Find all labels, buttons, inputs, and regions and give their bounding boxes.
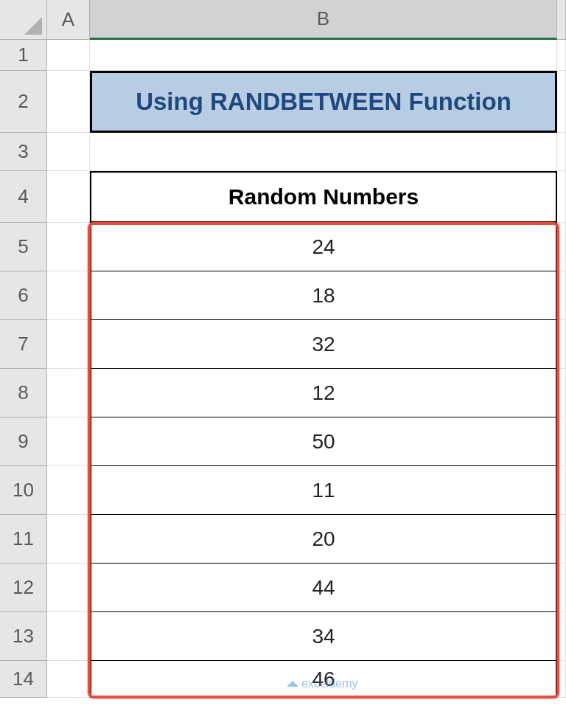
cell-rest-2[interactable] [557, 71, 566, 133]
cell-B8[interactable]: 12 [90, 369, 557, 417]
cell-B3[interactable] [90, 133, 557, 171]
row-9: 50 [47, 417, 566, 466]
cell-B13[interactable]: 34 [90, 612, 557, 661]
row-header-9[interactable]: 9 [0, 417, 47, 466]
row-header-14[interactable]: 14 [0, 661, 47, 698]
grid-area: Using RANDBETWEEN FunctionRandom Numbers… [47, 40, 566, 728]
cell-A5[interactable] [47, 223, 90, 271]
cell-A8[interactable] [47, 369, 90, 417]
row-header-3[interactable]: 3 [0, 133, 47, 171]
cell-rest-7[interactable] [557, 320, 566, 369]
row-header-6[interactable]: 6 [0, 271, 47, 320]
cell-rest-14[interactable] [557, 661, 566, 698]
cell-rest-3[interactable] [557, 133, 566, 171]
cell-rest-6[interactable] [557, 271, 566, 320]
row-12: 44 [47, 564, 566, 612]
row-1 [47, 40, 566, 71]
cell-rest-12[interactable] [557, 564, 566, 612]
column-header-next[interactable] [557, 0, 566, 40]
watermark: exceldemy [287, 677, 357, 690]
cell-rest-9[interactable] [557, 417, 566, 466]
row-5: 24 [47, 223, 566, 271]
row-7: 32 [47, 320, 566, 369]
cell-B12[interactable]: 44 [90, 564, 557, 612]
row-header-5[interactable]: 5 [0, 223, 47, 271]
cell-A4[interactable] [47, 171, 90, 223]
cell-A11[interactable] [47, 515, 90, 564]
row-header-7[interactable]: 7 [0, 320, 47, 369]
cell-A10[interactable] [47, 466, 90, 515]
cell-rest-13[interactable] [557, 612, 566, 661]
cell-A2[interactable] [47, 71, 90, 133]
cell-B4[interactable]: Random Numbers [90, 171, 557, 223]
row-header-1[interactable]: 1 [0, 40, 47, 71]
cell-A3[interactable] [47, 133, 90, 171]
row-header-10[interactable]: 10 [0, 466, 47, 515]
cell-B9[interactable]: 50 [90, 417, 557, 466]
cell-rest-1[interactable] [557, 40, 566, 71]
cell-rest-4[interactable] [557, 171, 566, 223]
row-header-12[interactable]: 12 [0, 564, 47, 612]
cell-B2[interactable]: Using RANDBETWEEN Function [90, 71, 557, 133]
cell-B6[interactable]: 18 [90, 271, 557, 320]
column-headers: A B [47, 0, 566, 40]
row-3 [47, 133, 566, 171]
cell-B7[interactable]: 32 [90, 320, 557, 369]
cell-A9[interactable] [47, 417, 90, 466]
column-header-A[interactable]: A [47, 0, 90, 40]
row-4: Random Numbers [47, 171, 566, 223]
cell-A1[interactable] [47, 40, 90, 71]
cell-A12[interactable] [47, 564, 90, 612]
cell-A13[interactable] [47, 612, 90, 661]
cell-rest-10[interactable] [557, 466, 566, 515]
watermark-text: exceldemy [301, 677, 357, 690]
row-header-11[interactable]: 11 [0, 515, 47, 564]
row-header-13[interactable]: 13 [0, 612, 47, 661]
row-11: 20 [47, 515, 566, 564]
row-headers: 1234567891011121314 [0, 40, 47, 698]
cell-rest-5[interactable] [557, 223, 566, 271]
row-header-2[interactable]: 2 [0, 71, 47, 133]
cell-B1[interactable] [90, 40, 557, 71]
cell-B10[interactable]: 11 [90, 466, 557, 515]
column-header-B[interactable]: B [90, 0, 557, 40]
row-6: 18 [47, 271, 566, 320]
row-header-8[interactable]: 8 [0, 369, 47, 417]
cell-B11[interactable]: 20 [90, 515, 557, 564]
row-header-4[interactable]: 4 [0, 171, 47, 223]
row-10: 11 [47, 466, 566, 515]
row-2: Using RANDBETWEEN Function [47, 71, 566, 133]
cell-rest-8[interactable] [557, 369, 566, 417]
spreadsheet: A B 1234567891011121314 Using RANDBETWEE… [0, 0, 566, 728]
row-8: 12 [47, 369, 566, 417]
row-13: 34 [47, 612, 566, 661]
cell-A6[interactable] [47, 271, 90, 320]
cell-rest-11[interactable] [557, 515, 566, 564]
house-icon [287, 681, 298, 687]
cell-A7[interactable] [47, 320, 90, 369]
cell-A14[interactable] [47, 661, 90, 698]
select-all-corner[interactable] [0, 0, 47, 40]
cell-B5[interactable]: 24 [90, 223, 557, 271]
